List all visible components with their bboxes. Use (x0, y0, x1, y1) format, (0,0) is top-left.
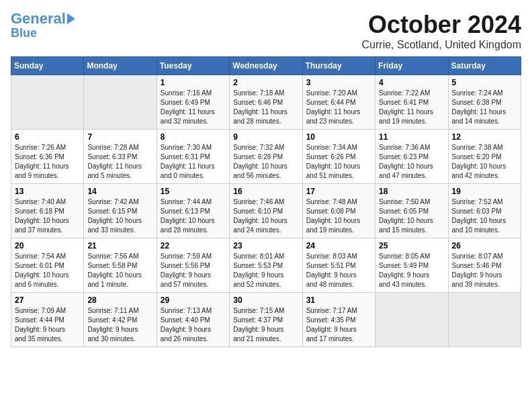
day-number: 20 (15, 241, 80, 250)
header: General Blue October 2024 Currie, Scotla… (11, 11, 521, 51)
title-area: October 2024 Currie, Scotland, United Ki… (362, 11, 521, 51)
day-number: 3 (306, 78, 371, 87)
day-header-tuesday: Tuesday (157, 57, 229, 75)
day-number: 12 (452, 132, 517, 142)
day-number: 2 (233, 78, 298, 87)
day-number: 9 (233, 132, 298, 142)
calendar-cell: 16Sunrise: 7:46 AM Sunset: 6:10 PM Dayli… (230, 184, 302, 238)
calendar-cell: 7Sunrise: 7:28 AM Sunset: 6:33 PM Daylig… (84, 130, 157, 184)
day-info: Sunrise: 8:07 AM Sunset: 5:46 PM Dayligh… (452, 252, 517, 289)
day-number: 10 (306, 132, 371, 142)
calendar-cell: 3Sunrise: 7:20 AM Sunset: 6:44 PM Daylig… (302, 75, 375, 130)
day-info: Sunrise: 7:40 AM Sunset: 6:18 PM Dayligh… (15, 197, 80, 235)
calendar-table: SundayMondayTuesdayWednesdayThursdayFrid… (11, 56, 521, 347)
day-number: 8 (161, 132, 226, 142)
day-number: 19 (452, 187, 517, 196)
calendar-cell: 17Sunrise: 7:48 AM Sunset: 6:08 PM Dayli… (302, 184, 375, 238)
calendar-cell (11, 75, 84, 130)
header-row: SundayMondayTuesdayWednesdayThursdayFrid… (11, 57, 521, 75)
calendar-cell: 30Sunrise: 7:15 AM Sunset: 4:37 PM Dayli… (230, 293, 302, 347)
day-info: Sunrise: 7:20 AM Sunset: 6:44 PM Dayligh… (306, 89, 371, 126)
day-number: 13 (15, 187, 80, 196)
day-info: Sunrise: 7:26 AM Sunset: 6:36 PM Dayligh… (15, 143, 80, 181)
day-info: Sunrise: 7:42 AM Sunset: 6:15 PM Dayligh… (87, 197, 152, 235)
day-number: 31 (306, 295, 371, 305)
day-info: Sunrise: 7:16 AM Sunset: 6:49 PM Dayligh… (161, 89, 226, 126)
calendar-cell: 11Sunrise: 7:36 AM Sunset: 6:23 PM Dayli… (375, 130, 448, 184)
day-number: 26 (452, 241, 517, 250)
week-row-5: 27Sunrise: 7:09 AM Sunset: 4:44 PM Dayli… (11, 293, 521, 347)
day-header-friday: Friday (375, 57, 448, 75)
day-info: Sunrise: 8:01 AM Sunset: 5:53 PM Dayligh… (233, 252, 298, 289)
day-info: Sunrise: 7:36 AM Sunset: 6:23 PM Dayligh… (379, 143, 444, 181)
day-number: 5 (452, 78, 517, 87)
calendar-cell: 8Sunrise: 7:30 AM Sunset: 6:31 PM Daylig… (157, 130, 229, 184)
day-info: Sunrise: 7:52 AM Sunset: 6:03 PM Dayligh… (452, 197, 517, 235)
logo-arrow-icon (67, 13, 75, 24)
day-number: 28 (87, 295, 152, 305)
day-number: 22 (161, 241, 226, 250)
day-info: Sunrise: 7:15 AM Sunset: 4:37 PM Dayligh… (233, 306, 298, 344)
day-number: 23 (233, 241, 298, 250)
day-info: Sunrise: 7:30 AM Sunset: 6:31 PM Dayligh… (161, 143, 226, 181)
calendar-cell: 13Sunrise: 7:40 AM Sunset: 6:18 PM Dayli… (11, 184, 84, 238)
day-number: 1 (161, 78, 226, 87)
day-info: Sunrise: 7:38 AM Sunset: 6:20 PM Dayligh… (452, 143, 517, 181)
day-info: Sunrise: 7:13 AM Sunset: 4:40 PM Dayligh… (161, 306, 226, 344)
calendar-cell: 18Sunrise: 7:50 AM Sunset: 6:05 PM Dayli… (375, 184, 448, 238)
day-number: 29 (161, 295, 226, 305)
day-info: Sunrise: 7:56 AM Sunset: 5:58 PM Dayligh… (87, 252, 152, 289)
week-row-3: 13Sunrise: 7:40 AM Sunset: 6:18 PM Dayli… (11, 184, 521, 238)
calendar-cell: 28Sunrise: 7:11 AM Sunset: 4:42 PM Dayli… (84, 293, 157, 347)
day-info: Sunrise: 7:50 AM Sunset: 6:05 PM Dayligh… (379, 197, 444, 235)
calendar-cell (375, 293, 448, 347)
week-row-4: 20Sunrise: 7:54 AM Sunset: 6:01 PM Dayli… (11, 238, 521, 293)
day-header-thursday: Thursday (302, 57, 375, 75)
calendar-cell: 23Sunrise: 8:01 AM Sunset: 5:53 PM Dayli… (230, 238, 302, 293)
location-subtitle: Currie, Scotland, United Kingdom (362, 39, 521, 51)
day-info: Sunrise: 8:03 AM Sunset: 5:51 PM Dayligh… (306, 252, 371, 289)
calendar-cell: 25Sunrise: 8:05 AM Sunset: 5:49 PM Dayli… (375, 238, 448, 293)
day-number: 24 (306, 241, 371, 250)
day-info: Sunrise: 7:59 AM Sunset: 5:56 PM Dayligh… (161, 252, 226, 289)
calendar-cell: 19Sunrise: 7:52 AM Sunset: 6:03 PM Dayli… (448, 184, 521, 238)
day-info: Sunrise: 7:34 AM Sunset: 6:26 PM Dayligh… (306, 143, 371, 181)
day-info: Sunrise: 8:05 AM Sunset: 5:49 PM Dayligh… (379, 252, 444, 289)
calendar-cell: 14Sunrise: 7:42 AM Sunset: 6:15 PM Dayli… (84, 184, 157, 238)
day-header-monday: Monday (84, 57, 157, 75)
day-info: Sunrise: 7:17 AM Sunset: 4:35 PM Dayligh… (306, 306, 371, 344)
day-number: 27 (15, 295, 80, 305)
day-info: Sunrise: 7:18 AM Sunset: 6:46 PM Dayligh… (233, 89, 298, 126)
week-row-1: 1Sunrise: 7:16 AM Sunset: 6:49 PM Daylig… (11, 75, 521, 130)
calendar-cell: 1Sunrise: 7:16 AM Sunset: 6:49 PM Daylig… (157, 75, 229, 130)
week-row-2: 6Sunrise: 7:26 AM Sunset: 6:36 PM Daylig… (11, 130, 521, 184)
calendar-cell: 26Sunrise: 8:07 AM Sunset: 5:46 PM Dayli… (448, 238, 521, 293)
day-number: 4 (379, 78, 444, 87)
day-number: 18 (379, 187, 444, 196)
day-number: 15 (161, 187, 226, 196)
day-number: 7 (87, 132, 152, 142)
calendar-cell: 9Sunrise: 7:32 AM Sunset: 6:28 PM Daylig… (230, 130, 302, 184)
calendar-cell: 29Sunrise: 7:13 AM Sunset: 4:40 PM Dayli… (157, 293, 229, 347)
day-number: 30 (233, 295, 298, 305)
logo-blue: Blue (11, 27, 37, 40)
day-number: 25 (379, 241, 444, 250)
calendar-cell (448, 293, 521, 347)
day-info: Sunrise: 7:11 AM Sunset: 4:42 PM Dayligh… (87, 306, 152, 344)
day-number: 21 (87, 241, 152, 250)
day-info: Sunrise: 7:32 AM Sunset: 6:28 PM Dayligh… (233, 143, 298, 181)
day-header-saturday: Saturday (448, 57, 521, 75)
calendar-cell: 20Sunrise: 7:54 AM Sunset: 6:01 PM Dayli… (11, 238, 84, 293)
day-number: 11 (379, 132, 444, 142)
calendar-cell: 21Sunrise: 7:56 AM Sunset: 5:58 PM Dayli… (84, 238, 157, 293)
logo-text: General (11, 11, 66, 27)
calendar-cell (84, 75, 157, 130)
day-number: 6 (15, 132, 80, 142)
day-info: Sunrise: 7:44 AM Sunset: 6:13 PM Dayligh… (161, 197, 226, 235)
day-info: Sunrise: 7:46 AM Sunset: 6:10 PM Dayligh… (233, 197, 298, 235)
calendar-cell: 22Sunrise: 7:59 AM Sunset: 5:56 PM Dayli… (157, 238, 229, 293)
day-info: Sunrise: 7:48 AM Sunset: 6:08 PM Dayligh… (306, 197, 371, 235)
calendar-cell: 4Sunrise: 7:22 AM Sunset: 6:41 PM Daylig… (375, 75, 448, 130)
day-info: Sunrise: 7:28 AM Sunset: 6:33 PM Dayligh… (87, 143, 152, 181)
day-info: Sunrise: 7:24 AM Sunset: 6:38 PM Dayligh… (452, 89, 517, 126)
